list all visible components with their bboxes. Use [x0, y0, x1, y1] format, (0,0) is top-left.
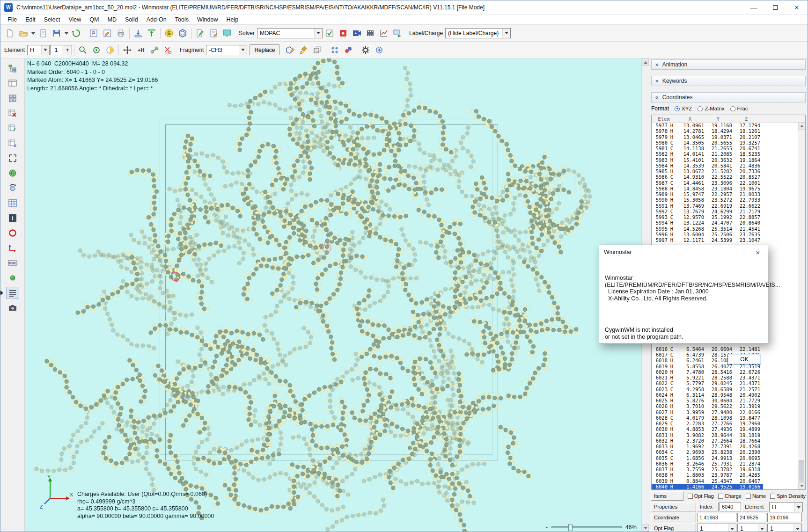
coordinate-row[interactable]: 6024H6.311428.954820.4902	[652, 392, 763, 398]
fragment-caret[interactable]	[239, 45, 247, 55]
coordinate-row[interactable]: 5990H15.305823.527222.7933	[652, 197, 763, 203]
increment-button[interactable]: +	[63, 45, 72, 55]
molecule-canvas[interactable]	[25, 58, 641, 532]
coordinate-row[interactable]: 6038H1.880323.978720.4285	[652, 472, 763, 478]
label-charge-select[interactable]: (Hide Label/Charge)	[445, 28, 511, 38]
display-monitor-button[interactable]	[220, 27, 234, 40]
coordinate-row[interactable]: 6031H3.908228.964419.1819	[652, 432, 763, 438]
frag-edit-button[interactable]	[284, 44, 297, 57]
coordinate-row[interactable]: 5983H15.410120.363219.1864	[652, 157, 763, 163]
coordinate-row[interactable]: 5996H13.600425.250623.7635	[652, 232, 763, 237]
optflag-y-select[interactable]: 1	[737, 524, 766, 532]
close-button[interactable]: ×	[786, 0, 808, 14]
zoom-slider-thumb[interactable]	[568, 524, 573, 531]
molecule-viewport[interactable]: N= 6 040 C2000H4040 M= 28 094.32Marked O…	[25, 58, 641, 532]
coordinate-row[interactable]: 5986C14.931022.552220.8527	[652, 174, 763, 180]
coordinate-row[interactable]: 5989H15.974722.295721.0033	[652, 191, 763, 197]
coordinate-row[interactable]: 6030H4.885327.493619.4899	[652, 426, 763, 432]
menu-item-edit[interactable]: Edit	[21, 15, 40, 24]
edit-page-button[interactable]	[193, 27, 206, 40]
zoom-out-button[interactable]: -	[546, 524, 548, 531]
add-h-button[interactable]: +H	[134, 44, 147, 57]
tree-view-button[interactable]	[6, 62, 19, 74]
element-count-input[interactable]	[50, 45, 62, 55]
gear-button[interactable]	[359, 44, 372, 57]
grid-table-button[interactable]	[6, 197, 19, 209]
coordinate-row[interactable]: 6034C2.969325.823820.2390	[652, 449, 763, 455]
format-radio-z-matrix[interactable]: Z-Matrix	[698, 106, 724, 111]
menu-item-qm[interactable]: QM	[85, 15, 103, 24]
run-red-button[interactable]: R	[337, 27, 350, 40]
coordinate-row[interactable]: 6029C2.728327.276619.7960	[652, 421, 763, 426]
text-file-button[interactable]	[37, 27, 50, 40]
coordinate-row[interactable]: 5985H13.067221.528220.7336	[652, 168, 763, 174]
optflag-x-select[interactable]: 1	[697, 524, 736, 532]
coordinate-row[interactable]: 6027H3.995927.940022.0166	[652, 409, 763, 415]
benzene-button[interactable]	[176, 27, 189, 40]
run-check-button[interactable]	[323, 27, 336, 40]
menu-item-file[interactable]: File	[3, 15, 21, 24]
coordinate-row[interactable]: 6040H1.416624.952519.0166	[652, 484, 763, 489]
solver-select[interactable]: MOPAC	[257, 28, 323, 38]
coordinate-y-field[interactable]: 24.9525	[737, 513, 766, 522]
movie-button[interactable]	[350, 27, 363, 40]
coordinate-row[interactable]: 6023C4.295828.658921.2571	[652, 386, 763, 392]
contrast-tool-button[interactable]	[103, 44, 117, 57]
scroll-up-icon[interactable]	[798, 123, 805, 130]
cut-tool-button[interactable]	[162, 44, 175, 57]
clean-tool-button[interactable]	[297, 44, 310, 57]
coordinate-row[interactable]: 5979H13.046519.037120.2107	[652, 134, 763, 140]
coordinate-row[interactable]: 6025H5.827630.060421.7729	[652, 398, 763, 403]
save-file-button[interactable]	[50, 27, 63, 40]
ok-button[interactable]: OK	[727, 354, 761, 364]
optflag-caret[interactable]	[793, 524, 801, 532]
element-property-select[interactable]: H	[769, 502, 803, 512]
ion-pair-button[interactable]	[342, 44, 355, 57]
menu-item-select[interactable]: Select	[40, 15, 65, 24]
menu-item-help[interactable]: Help	[222, 15, 242, 24]
coordinate-row[interactable]: 6033H1.969227.739120.4268	[652, 444, 763, 449]
dropdown-caret-button[interactable]	[30, 27, 36, 40]
element-property-caret[interactable]	[794, 503, 802, 512]
coordinate-row[interactable]: 5993C12.957025.199222.8857	[652, 214, 763, 220]
format-radio-xyz[interactable]: XYZ	[675, 106, 692, 111]
coordinate-row[interactable]: 5982H14.014121.208518.5235	[652, 151, 763, 157]
checkbox-charge[interactable]: Charge	[718, 493, 742, 499]
checkbox-opt-flag[interactable]: Opt Flag	[688, 493, 714, 499]
save-p-button[interactable]: P	[87, 27, 100, 40]
chart-button[interactable]	[377, 27, 390, 40]
window-panel-button[interactable]	[6, 77, 19, 89]
coordinate-row[interactable]: 6028C4.017928.109819.8477	[652, 415, 763, 421]
fragment-select[interactable]: -CH3	[206, 45, 247, 55]
coordinate-row[interactable]: 5995H14.526825.351421.4541	[652, 226, 763, 232]
sidebar-expander-icon[interactable]	[0, 291, 3, 295]
script-s-button[interactable]: S	[162, 27, 176, 40]
coordinate-row[interactable]: 5981C14.113821.265520.6741	[652, 146, 763, 151]
coordinate-row[interactable]: 5984H14.353920.584121.4836	[652, 163, 763, 168]
maximize-button[interactable]	[764, 0, 786, 14]
keywords-section-header[interactable]: » Keywords	[651, 76, 806, 86]
coordinate-z-field[interactable]: 19.0166	[767, 513, 802, 522]
reload-button[interactable]	[70, 27, 83, 40]
coordinate-row[interactable]: 5991H13.746922.691922.6622	[652, 203, 763, 209]
expand-sel-button[interactable]	[6, 152, 19, 164]
bond-tool-button[interactable]	[148, 44, 161, 57]
red-ring-button[interactable]	[6, 227, 19, 239]
menu-item-md[interactable]: MD	[103, 15, 120, 24]
optflag-caret[interactable]	[758, 524, 766, 532]
menu-item-solid[interactable]: Solid	[121, 15, 142, 24]
coordinate-row[interactable]: 5988H14.845823.180419.9675	[652, 186, 763, 191]
print-file-button[interactable]	[114, 27, 127, 40]
builder-button[interactable]	[373, 44, 386, 57]
index-value-field[interactable]: 6040	[720, 502, 741, 511]
coordinate-row[interactable]: 5987C14.446123.309622.1001	[652, 180, 763, 186]
save-edit-button[interactable]	[101, 27, 114, 40]
optflag-caret[interactable]	[728, 524, 736, 532]
scroll-up-icon[interactable]	[642, 58, 649, 66]
import-file-button[interactable]	[132, 27, 145, 40]
menu-item-add-on[interactable]: Add-On	[142, 15, 171, 24]
minimize-button[interactable]: —	[743, 0, 764, 14]
remote-submit-button[interactable]	[391, 27, 404, 40]
replace-button[interactable]: Replace	[250, 44, 279, 55]
coordinate-row[interactable]: 5980C14.350520.565519.3257	[652, 140, 763, 146]
